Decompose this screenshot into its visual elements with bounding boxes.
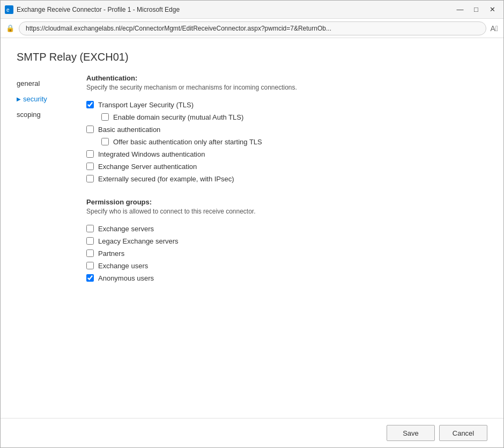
checkbox-domain-sec-label: Enable domain security (mutual Auth TLS)	[113, 113, 243, 121]
perm-checkbox-group: Exchange servers Legacy Exchange servers…	[86, 225, 487, 282]
checkbox-tls-label: Transport Layer Security (TLS)	[98, 101, 194, 109]
checkbox-integrated-label: Integrated Windows authentication	[98, 150, 205, 158]
checkbox-externally-secured[interactable]	[86, 175, 94, 182]
auth-checkbox-group: Transport Layer Security (TLS) Enable do…	[86, 101, 487, 183]
checkbox-legacy-exchange[interactable]	[86, 237, 94, 245]
minimize-button[interactable]: —	[453, 4, 467, 15]
footer: Save Cancel	[1, 418, 503, 447]
checkbox-item-legacy-exchange: Legacy Exchange servers	[86, 237, 487, 245]
checkbox-exchange-servers[interactable]	[86, 225, 94, 232]
sidebar-item-security[interactable]: ▶ security	[17, 92, 81, 107]
nav-arrow-icon: ▶	[17, 95, 21, 104]
checkbox-item-anonymous-users: Anonymous users	[86, 274, 487, 282]
checkbox-item-partners: Partners	[86, 249, 487, 258]
save-button[interactable]: Save	[387, 425, 435, 441]
auth-section-label: Authentication:	[86, 74, 487, 82]
checkbox-item-integrated: Integrated Windows authentication	[86, 150, 487, 158]
close-button[interactable]: ✕	[485, 4, 499, 15]
sidebar: general ▶ security scoping	[17, 74, 81, 405]
checkbox-basic-tls-label: Offer basic authentication only after st…	[113, 138, 262, 146]
maximize-button[interactable]: □	[469, 4, 483, 15]
sidebar-item-scoping-label: scoping	[17, 109, 41, 121]
checkbox-exchange-server[interactable]	[86, 163, 94, 170]
checkbox-item-basic-auth: Basic authentication	[86, 126, 487, 134]
lock-icon: 🔒	[6, 24, 14, 32]
checkbox-partners-label: Partners	[98, 249, 124, 258]
title-bar: e Exchange Receive Connector - Profile 1…	[1, 1, 503, 19]
url-input[interactable]	[19, 21, 486, 35]
checkbox-integrated[interactable]	[86, 150, 94, 158]
checkbox-item-externally-secured: Externally secured (for example, with IP…	[86, 175, 487, 183]
title-bar-controls: — □ ✕	[453, 4, 499, 15]
checkbox-exchange-server-label: Exchange Server authentication	[98, 163, 197, 171]
browser-window: e Exchange Receive Connector - Profile 1…	[0, 0, 504, 448]
checkbox-anonymous-users-label: Anonymous users	[98, 274, 154, 282]
checkbox-exchange-users[interactable]	[86, 262, 94, 269]
checkbox-item-exchange-servers: Exchange servers	[86, 225, 487, 233]
reader-icon: A͐	[491, 24, 498, 33]
checkbox-item-basic-tls: Offer basic authentication only after st…	[101, 138, 487, 146]
sidebar-item-general-label: general	[17, 78, 40, 90]
sidebar-item-scoping[interactable]: scoping	[17, 107, 81, 123]
checkbox-domain-sec[interactable]	[101, 113, 109, 121]
window-title: Exchange Receive Connector - Profile 1 -…	[17, 6, 450, 13]
checkbox-item-domain-sec: Enable domain security (mutual Auth TLS)	[101, 113, 487, 121]
checkbox-anonymous-users[interactable]	[86, 274, 94, 282]
checkbox-basic-tls[interactable]	[101, 138, 109, 145]
page-title: SMTP Relay (EXCH01)	[17, 51, 487, 63]
page-content: SMTP Relay (EXCH01) general ▶ security s…	[1, 38, 503, 418]
checkbox-partners[interactable]	[86, 249, 94, 257]
sidebar-item-security-label: security	[23, 94, 47, 105]
checkbox-item-exchange-server: Exchange Server authentication	[86, 163, 487, 171]
auth-section-desc: Specify the security mechanism or mechan…	[86, 83, 487, 92]
page-body: general ▶ security scoping Authenticatio…	[17, 74, 487, 405]
sidebar-item-general[interactable]: general	[17, 76, 81, 92]
address-bar: 🔒 A͐	[1, 19, 503, 38]
checkbox-item-exchange-users: Exchange users	[86, 262, 487, 270]
checkbox-item-tls: Transport Layer Security (TLS)	[86, 101, 487, 109]
main-content: Authentication: Specify the security mec…	[81, 74, 487, 405]
browser-icon: e	[5, 5, 13, 14]
cancel-button[interactable]: Cancel	[439, 425, 487, 441]
checkbox-externally-secured-label: Externally secured (for example, with IP…	[98, 175, 234, 183]
checkbox-basic-auth-label: Basic authentication	[98, 126, 160, 134]
checkbox-basic-auth[interactable]	[86, 126, 94, 133]
perm-section-desc: Specify who is allowed to connect to thi…	[86, 207, 487, 216]
checkbox-exchange-servers-label: Exchange servers	[98, 225, 154, 233]
checkbox-exchange-users-label: Exchange users	[98, 262, 148, 270]
checkbox-tls[interactable]	[86, 101, 94, 108]
checkbox-legacy-exchange-label: Legacy Exchange servers	[98, 237, 179, 245]
perm-section-label: Permission groups:	[86, 198, 487, 206]
svg-text:e: e	[6, 7, 10, 13]
